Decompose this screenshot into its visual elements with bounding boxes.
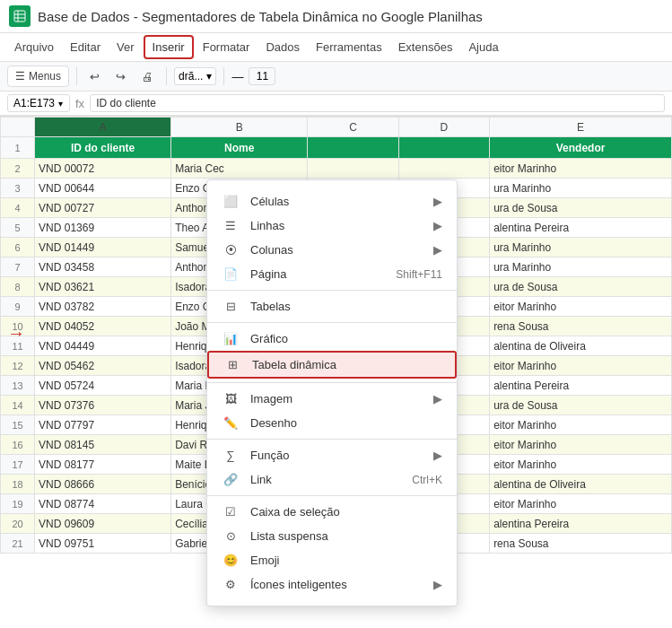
cell-vendor[interactable]: alentina de Oliveira <box>490 475 672 494</box>
cell-vendor[interactable]: eitor Marinho <box>490 415 672 435</box>
cell-vendor[interactable]: alentina Pereira <box>490 514 672 534</box>
format-select[interactable]: drã... ▾ <box>174 67 216 85</box>
toolbar-separator-2 <box>166 67 167 85</box>
col-header-a[interactable]: A <box>35 118 171 137</box>
menu-arquivo[interactable]: Arquivo <box>7 37 61 57</box>
sheets-app-icon <box>9 5 31 27</box>
cell-name[interactable]: Maria Cec <box>171 159 308 179</box>
menu-colunas[interactable]: ⦿ Colunas ▶ <box>207 238 457 262</box>
menu-grafico[interactable]: 📊 Gráfico <box>207 327 457 351</box>
menu-editar[interactable]: Editar <box>63 37 108 57</box>
col-header-d[interactable]: D <box>398 118 489 137</box>
menu-extensoes[interactable]: Extensões <box>391 37 460 57</box>
cell-vendor[interactable]: eitor Marinho <box>490 455 672 475</box>
table-header-row: 1 ID do cliente Nome Vendedor <box>1 137 672 159</box>
menu-ver[interactable]: Ver <box>109 37 142 57</box>
cell-vendor[interactable]: eitor Marinho <box>490 356 672 376</box>
menu-inserir[interactable]: Inserir <box>144 35 194 59</box>
menu-linhas[interactable]: ☰ Linhas ▶ <box>207 214 457 238</box>
cell-vendor[interactable]: alentina Pereira <box>490 218 672 238</box>
cell-vendor[interactable]: alentina de Oliveira <box>490 336 672 356</box>
cell-vendor[interactable]: ura Marinho <box>490 179 672 198</box>
cell-id[interactable]: VND 01369 <box>35 218 171 238</box>
menu-tabela-dinamica[interactable]: ⊞ Tabela dinâmica <box>207 351 457 379</box>
table-icon: ⊟ <box>222 300 240 313</box>
menu-pagina[interactable]: 📄 Página Shift+F11 <box>207 262 457 286</box>
document-title: Base de Dados - Segmentadores de Tabela … <box>38 9 483 24</box>
cell-vendor[interactable]: eitor Marinho <box>490 494 672 514</box>
cell-id[interactable]: VND 09609 <box>35 514 171 534</box>
menus-button[interactable]: ☰ Menus <box>7 65 69 87</box>
font-size-input[interactable]: 11 <box>249 67 275 85</box>
undo-button[interactable]: ↩ <box>84 66 105 87</box>
cell-id[interactable]: VND 00072 <box>35 159 171 179</box>
row-num: 12 <box>1 356 35 376</box>
cell-vendor[interactable]: ura de Sousa <box>490 277 672 297</box>
cell-vendor[interactable]: rena Sousa <box>490 534 672 554</box>
cell-vendor[interactable]: eitor Marinho <box>490 159 672 179</box>
menu-ferramentas[interactable]: Ferramentas <box>309 37 389 57</box>
formula-input[interactable]: ID do cliente <box>90 94 665 112</box>
cell-vendor[interactable]: ura Marinho <box>490 257 672 277</box>
cell-id[interactable]: VND 04449 <box>35 336 171 356</box>
cell-col-d[interactable] <box>398 159 489 179</box>
cell-vendor[interactable]: ura de Sousa <box>490 198 672 218</box>
dropdown-group-5: ∑ Função ▶ 🔗 Link Ctrl+K <box>207 440 457 496</box>
spreadsheet-area: → A B C D E 1 ID do cliente Nome <box>0 117 672 554</box>
cell-id[interactable]: VND 07797 <box>35 415 171 435</box>
menu-emoji[interactable]: 😊 Emoji <box>207 548 457 572</box>
cell-vendor[interactable]: alentina Pereira <box>490 376 672 396</box>
red-arrow-indicator: → <box>7 323 25 344</box>
row-num-1: 1 <box>1 137 35 159</box>
image-icon: 🖼 <box>222 392 240 406</box>
menu-desenho[interactable]: ✏️ Desenho <box>207 411 457 435</box>
menu-formatar[interactable]: Formatar <box>196 37 257 57</box>
cell-id[interactable]: VND 03621 <box>35 277 171 297</box>
col-header-e[interactable]: E <box>490 118 672 137</box>
cell-vendor[interactable]: rena Sousa <box>490 317 672 336</box>
menu-link[interactable]: 🔗 Link Ctrl+K <box>207 467 457 492</box>
print-button[interactable]: 🖨 <box>136 66 159 87</box>
cell-id[interactable]: VND 08177 <box>35 455 171 475</box>
menu-celulas[interactable]: ⬜ Células ▶ <box>207 189 457 214</box>
cell-id[interactable]: VND 08774 <box>35 494 171 514</box>
corner-cell <box>1 118 35 137</box>
insert-dropdown-menu: ⬜ Células ▶ ☰ Linhas ▶ ⦿ Colunas ▶ 📄 Pág… <box>206 179 458 606</box>
arrow-icon: ▶ <box>433 392 442 406</box>
cell-vendor[interactable]: eitor Marinho <box>490 297 672 317</box>
menu-imagem[interactable]: 🖼 Imagem ▶ <box>207 387 457 411</box>
cell-id[interactable]: VND 09751 <box>35 534 171 554</box>
cell-vendor[interactable]: ura de Sousa <box>490 396 672 415</box>
cell-reference[interactable]: A1:E173 ▾ <box>7 94 70 112</box>
checkbox-icon: ☑ <box>222 505 240 519</box>
menu-lista-suspensa[interactable]: ⊙ Lista suspensa <box>207 524 457 548</box>
col-header-b[interactable]: B <box>171 118 308 137</box>
cell-id[interactable]: VND 05724 <box>35 376 171 396</box>
dropdown-group-6: ☑ Caixa de seleção ⊙ Lista suspensa 😊 Em… <box>207 496 457 600</box>
cell-id[interactable]: VND 03458 <box>35 257 171 277</box>
menu-funcao[interactable]: ∑ Função ▶ <box>207 443 457 467</box>
cell-id[interactable]: VND 04052 <box>35 317 171 336</box>
cell-id[interactable]: VND 08666 <box>35 475 171 494</box>
arrow-icon: ▶ <box>433 219 442 232</box>
row-num: 7 <box>1 257 35 277</box>
cell-id[interactable]: VND 08145 <box>35 435 171 455</box>
menu-dados[interactable]: Dados <box>258 37 307 57</box>
menu-tabelas[interactable]: ⊟ Tabelas <box>207 294 457 318</box>
cell-id[interactable]: VND 00644 <box>35 179 171 198</box>
cell-col-c[interactable] <box>308 159 398 179</box>
col-header-c[interactable]: C <box>308 118 398 137</box>
redo-button[interactable]: ↪ <box>110 66 131 87</box>
cell-vendor[interactable]: ura Marinho <box>490 238 672 257</box>
cell-id[interactable]: VND 05462 <box>35 356 171 376</box>
cell-id[interactable]: VND 01449 <box>35 238 171 257</box>
cell-id[interactable]: VND 03782 <box>35 297 171 317</box>
menu-caixa-selecao[interactable]: ☑ Caixa de seleção <box>207 500 457 524</box>
link-icon: 🔗 <box>222 473 240 486</box>
menu-icones-inteligentes[interactable]: ⚙ Ícones inteligentes ▶ <box>207 572 457 597</box>
cell-id[interactable]: VND 00727 <box>35 198 171 218</box>
cells-icon: ⬜ <box>222 195 240 208</box>
cell-vendor[interactable]: eitor Marinho <box>490 435 672 455</box>
menu-ajuda[interactable]: Ajuda <box>461 37 505 57</box>
cell-id[interactable]: VND 07376 <box>35 396 171 415</box>
